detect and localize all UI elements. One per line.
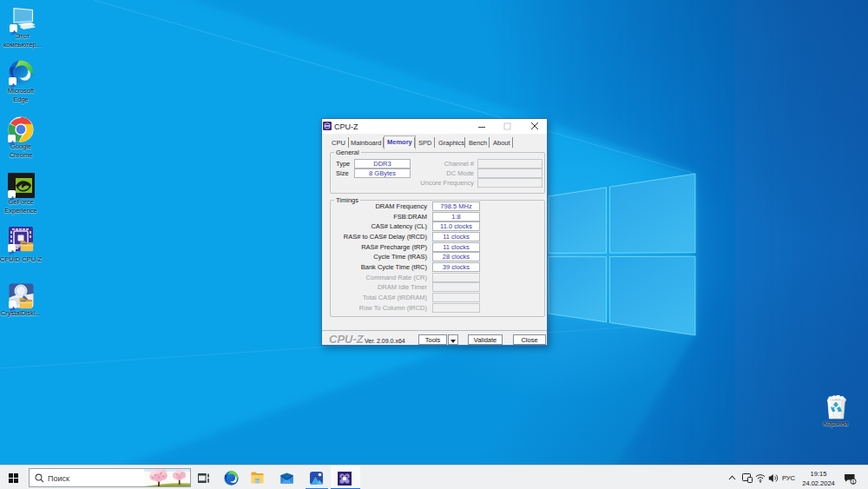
svg-text:1: 1 — [852, 479, 855, 485]
